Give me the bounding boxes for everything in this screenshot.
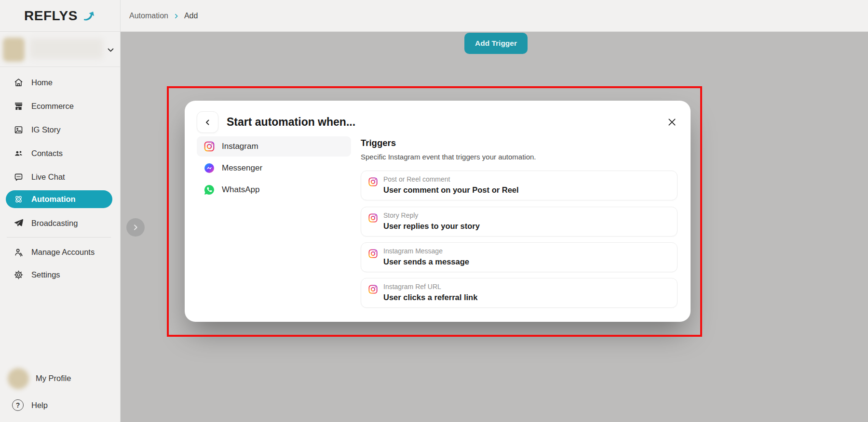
sidebar-item-label: Broadcasting <box>31 219 78 228</box>
breadcrumb-automation[interactable]: Automation <box>129 12 168 20</box>
trigger-card-instagram-message[interactable]: Instagram Message User sends a message <box>361 242 678 272</box>
sidebar-item-my-profile[interactable]: My Profile <box>0 368 120 390</box>
account-avatar <box>3 38 25 62</box>
trigger-title: Post or Reel comment <box>383 175 450 183</box>
sidebar-item-manage-accounts[interactable]: Manage Accounts <box>0 243 120 261</box>
sidebar-item-settings[interactable]: Settings <box>0 265 120 284</box>
trigger-card-instagram-ref-url[interactable]: Instagram Ref URL User clicks a referral… <box>361 278 678 308</box>
sidebar-item-label: Help <box>31 401 48 410</box>
account-switcher[interactable] <box>0 32 120 66</box>
help-icon: ? <box>12 399 24 411</box>
back-button[interactable] <box>197 111 218 133</box>
sidebar-item-help[interactable]: ? Help <box>0 396 120 414</box>
sidebar-item-label: Contacts <box>31 149 63 158</box>
close-icon <box>667 117 677 127</box>
sidebar-item-label: Automation <box>31 195 76 204</box>
sidebar-divider <box>0 66 120 67</box>
sidebar-item-ecommerce[interactable]: Ecommerce <box>0 97 120 115</box>
automation-icon <box>14 194 24 204</box>
instagram-icon <box>368 213 378 223</box>
contacts-icon <box>14 148 24 158</box>
sidebar-collapse-button[interactable] <box>126 218 145 237</box>
triggers-subtitle: Specific Instagram event that triggers y… <box>361 153 536 161</box>
sidebar-item-label: Ecommerce <box>31 102 74 111</box>
instagram-icon <box>368 284 378 294</box>
channel-label: Instagram <box>222 142 258 151</box>
trigger-description: User comment on your Post or Reel <box>383 185 519 195</box>
instagram-icon <box>368 177 378 187</box>
close-button[interactable] <box>665 115 679 129</box>
logo-arrow-icon <box>82 10 95 23</box>
sidebar-item-label: My Profile <box>36 374 71 383</box>
messenger-icon <box>203 162 215 174</box>
instagram-icon <box>203 141 215 152</box>
trigger-title: Instagram Ref URL <box>383 283 441 290</box>
sidebar-item-label: Home <box>31 78 53 87</box>
brand-name: REFLYS <box>24 8 78 24</box>
channel-label: Messenger <box>222 163 262 173</box>
sidebar-section-divider <box>7 237 111 237</box>
chevron-right-icon <box>132 224 139 231</box>
account-name-redacted <box>30 39 103 59</box>
brand-logo[interactable]: REFLYS <box>24 0 95 32</box>
trigger-card-post-or-reel-comment[interactable]: Post or Reel comment User comment on you… <box>361 171 678 200</box>
chevron-left-icon <box>203 118 212 127</box>
image-icon <box>14 125 24 135</box>
breadcrumb-add[interactable]: Add <box>184 12 198 20</box>
sidebar-item-ig-story[interactable]: IG Story <box>0 120 120 139</box>
sidebar-item-label: Manage Accounts <box>31 248 95 257</box>
whatsapp-icon <box>203 184 215 196</box>
channel-item-whatsapp[interactable]: WhatsApp <box>197 180 351 200</box>
app-root: REFLYS Automation Add Home Ecommerce <box>0 0 868 422</box>
add-trigger-button[interactable]: Add Trigger <box>464 33 528 54</box>
trigger-description: User replies to your story <box>383 222 480 231</box>
chat-icon <box>14 172 24 182</box>
topbar: REFLYS Automation Add <box>0 0 868 32</box>
sidebar: Home Ecommerce IG Story Contacts Live Ch… <box>0 32 120 422</box>
trigger-card-story-reply[interactable]: Story Reply User replies to your story <box>361 207 678 237</box>
channel-item-instagram[interactable]: Instagram <box>197 136 351 157</box>
trigger-description: User clicks a referral link <box>383 293 477 302</box>
sidebar-item-broadcasting[interactable]: Broadcasting <box>0 214 120 232</box>
chevron-down-icon <box>107 46 115 54</box>
gear-icon <box>14 270 24 280</box>
breadcrumb: Automation Add <box>129 0 198 32</box>
modal-title: Start automation when... <box>227 116 355 129</box>
sidebar-item-label: IG Story <box>31 125 61 134</box>
trigger-title: Instagram Message <box>383 247 443 255</box>
trigger-description: User sends a message <box>383 257 469 266</box>
trigger-title: Story Reply <box>383 211 418 219</box>
sidebar-item-label: Live Chat <box>31 172 65 182</box>
channel-label: WhatsApp <box>222 185 259 195</box>
sidebar-item-label: Settings <box>31 270 60 279</box>
sidebar-item-automation[interactable]: Automation <box>6 190 112 208</box>
start-automation-modal: Start automation when... Instagram Messe… <box>185 101 691 322</box>
sidebar-item-contacts[interactable]: Contacts <box>0 144 120 162</box>
home-icon <box>14 78 24 88</box>
instagram-icon <box>368 249 378 259</box>
user-gear-icon <box>14 247 24 257</box>
channel-item-messenger[interactable]: Messenger <box>197 158 351 178</box>
send-icon <box>14 218 24 228</box>
profile-avatar <box>8 368 29 389</box>
storefront-icon <box>14 101 24 111</box>
breadcrumb-chevron-icon <box>173 13 179 19</box>
sidebar-item-home[interactable]: Home <box>0 73 120 92</box>
triggers-heading: Triggers <box>361 138 396 148</box>
sidebar-item-live-chat[interactable]: Live Chat <box>0 168 120 186</box>
